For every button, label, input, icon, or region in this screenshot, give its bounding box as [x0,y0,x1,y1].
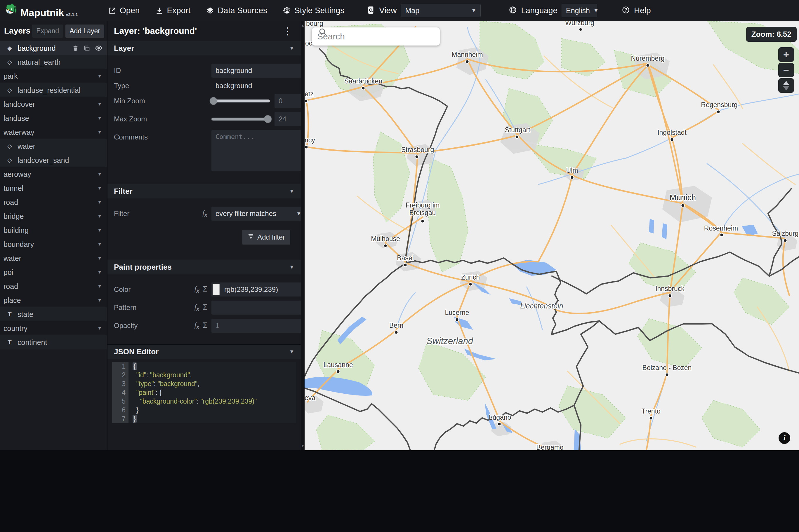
layer-row-country[interactable]: country▼ [0,321,107,335]
city-dot [395,331,398,334]
compass-button[interactable] [778,78,794,93]
export-label: Export [167,6,190,15]
layers-panel: Layers Expand Add Layer ◆background◇natu… [0,21,108,450]
open-button[interactable]: Open [108,6,140,15]
layer-row-bridge[interactable]: bridge▼ [0,209,107,223]
section-layer-header[interactable]: Layer ▼ [108,41,301,55]
layer-row-park[interactable]: park▼ [0,69,107,83]
function-icon[interactable]: fx [194,285,200,294]
layer-row-waterway[interactable]: waterway▼ [0,125,107,139]
attribution-info-button[interactable]: i [779,432,790,444]
layer-row-state[interactable]: Tstate [0,307,107,321]
diamond-icon: ◇ [6,59,14,66]
layer-row-building[interactable]: building▼ [0,223,107,237]
map-label-etz: etz [304,90,314,98]
section-paint-header[interactable]: Paint properties ▼ [108,260,301,274]
help-group[interactable]: Help [622,6,651,15]
opacity-input[interactable] [211,319,301,333]
scroll-down-icon[interactable]: ▼ [301,444,304,448]
max-zoom-value[interactable]: 24 [275,112,301,126]
layer-row-water[interactable]: ◇water [0,139,107,153]
layer-row-place[interactable]: place▼ [0,293,107,307]
layer-row-landcover[interactable]: landcover▼ [0,97,107,111]
comments-textarea[interactable] [211,130,301,171]
chevron-down-icon: ▼ [97,116,102,121]
max-zoom-slider[interactable] [211,118,270,120]
map-label-mannheim: Mannheim [451,51,483,58]
map-search-box[interactable]: Search [312,27,440,45]
layer-row-label: place [3,296,97,305]
export-icon [155,7,163,15]
layer-row-water[interactable]: water▼ [0,251,107,265]
data-sources-button[interactable]: Data Sources [206,6,267,15]
editor-scrollbar[interactable]: ▲ ▼ [301,21,304,450]
layer-row-road[interactable]: road▼ [0,195,107,209]
layer-row-boundary[interactable]: boundary▼ [0,237,107,251]
zoom-out-button[interactable]: − [778,63,794,77]
map-label-innsbruck: Innsbruck [655,285,685,292]
export-button[interactable]: Export [155,6,190,15]
duplicate-layer-icon[interactable] [83,45,90,52]
language-icon [509,6,517,15]
chevron-down-icon: ▼ [97,284,102,289]
layer-row-poi[interactable]: poi▼ [0,265,107,279]
toggle-visibility-icon[interactable] [95,44,103,52]
map-canvas[interactable]: bourgWürzburgocMannheimNurembergSaarbrüc… [304,21,799,450]
city-dot [571,176,574,179]
chevron-down-icon: ▼ [97,242,102,247]
map-label-lausanne: Lausanne [323,361,353,368]
chevron-down-icon: ▼ [97,200,102,205]
map-label-nuremberg: Nuremberg [631,55,664,62]
delete-layer-icon[interactable] [72,45,79,52]
layer-row-landcover_sand[interactable]: ◇landcover_sand [0,153,107,167]
json-line-number: 4 [112,388,129,397]
min-zoom-slider-handle[interactable] [210,97,218,105]
chevron-down-icon: ▼ [97,172,102,177]
section-json-header[interactable]: JSON Editor ▼ [108,344,301,359]
layer-row-label: park [3,72,97,80]
expression-icon[interactable]: Σ [203,285,207,294]
json-line: "paint": { [129,388,296,397]
json-code-editor[interactable]: 1{2 "id": "background",3 "type": "backgr… [112,362,296,423]
language-select[interactable]: English ▼ [562,4,597,17]
scroll-up-icon[interactable]: ▲ [301,23,304,27]
layer-row-continent[interactable]: Tcontinent [0,335,107,349]
map-label-stuttgart: Stuttgart [505,126,531,134]
layer-editor-titlebar: Layer: 'background' ⋮ [108,21,301,41]
view-select[interactable]: Map ▼ [401,4,481,17]
kebab-menu-icon[interactable]: ⋮ [281,26,294,36]
map-label-munich: Munich [670,193,696,202]
add-filter-button[interactable]: Add filter [242,230,290,245]
city-dot [498,423,501,425]
function-icon[interactable]: fx [194,321,200,330]
id-input[interactable] [211,64,301,78]
layer-row-tunnel[interactable]: tunnel▼ [0,181,107,195]
function-icon[interactable]: fx [202,209,207,218]
color-input[interactable] [211,283,301,297]
zoom-in-button[interactable]: + [778,47,794,62]
layer-row-aeroway[interactable]: aeroway▼ [0,167,107,181]
section-filter-header[interactable]: Filter ▼ [108,184,301,198]
function-icon[interactable]: fx [194,303,200,312]
style-settings-button[interactable]: Style Settings [283,6,344,15]
layer-row-natural_earth[interactable]: ◇natural_earth [0,55,107,69]
layer-row-road[interactable]: road▼ [0,279,107,293]
min-zoom-value[interactable]: 0 [275,94,301,108]
filter-combinator-select[interactable]: every filter matches ▼ [211,207,301,221]
pattern-input[interactable] [211,301,301,315]
city-dot [784,239,787,242]
min-zoom-slider[interactable] [211,99,270,102]
expression-icon[interactable]: Σ [203,321,207,330]
map-label-ncy: ncy [304,136,315,144]
layer-row-landuse_residential[interactable]: ◇landuse_residential [0,83,107,97]
map-label-eva: eva [304,394,315,402]
expand-button[interactable]: Expand [32,24,63,38]
layer-row-background[interactable]: ◆background [0,41,107,55]
max-zoom-slider-handle[interactable] [264,115,272,123]
layer-row-landuse[interactable]: landuse▼ [0,111,107,125]
color-swatch[interactable] [212,284,220,295]
layer-row-label: poi [3,268,97,277]
expression-icon[interactable]: Σ [203,303,207,312]
brand[interactable]: Maputnik v2.1.1 [4,3,78,18]
add-layer-button[interactable]: Add Layer [66,24,104,38]
